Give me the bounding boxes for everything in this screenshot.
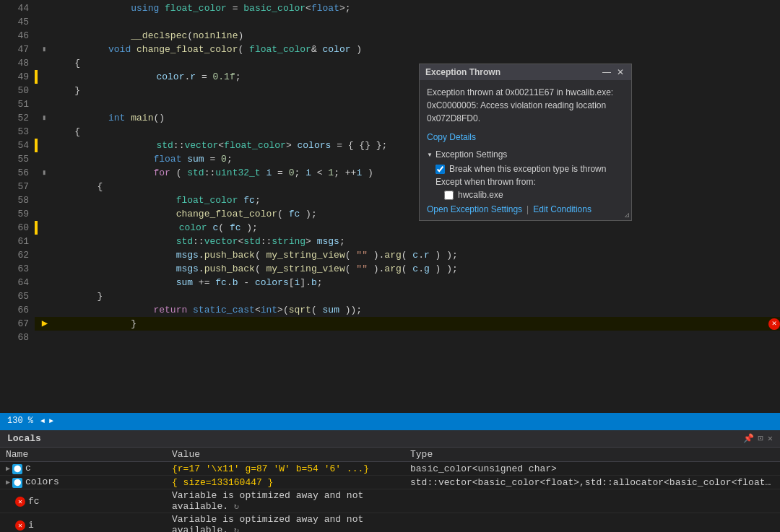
- except-when-label: Except when thrown from:: [436, 177, 624, 187]
- locals-panel-header: Locals 📌 ⊡ ✕: [0, 430, 780, 448]
- var-name-text-c: c: [25, 463, 31, 474]
- error-badge-67: ✕: [768, 318, 780, 330]
- popup-title-actions: — ✕: [601, 67, 625, 77]
- hwcalib-label: hwcalib.exe: [458, 190, 503, 200]
- gutter-61: [38, 235, 52, 248]
- popup-close-button[interactable]: ✕: [615, 67, 625, 77]
- collapse-56-icon[interactable]: ▮: [42, 166, 46, 180]
- gutter-46: [38, 29, 52, 43]
- gutter-65: [38, 289, 52, 303]
- gutter-66: [38, 303, 52, 317]
- locals-value-fc: Variable is optimized away and not avail…: [166, 489, 404, 513]
- locals-type-i: [404, 513, 780, 533]
- code-line-64: sum += fc.b - colors[i].b;: [35, 276, 780, 289]
- locals-panel-title: Locals: [7, 433, 41, 444]
- col-header-type: Type: [404, 448, 780, 462]
- gutter-50: [38, 84, 52, 97]
- code-line-47: ▮ void change_float_color( float_color& …: [35, 43, 780, 56]
- var-icon-error-i: ✕: [15, 520, 25, 531]
- gutter-52: ▮: [38, 111, 52, 125]
- locals-row-c: ▶⬤c{r=17 '\x11' g=87 'W' b=54 '6' ...}ba…: [0, 462, 780, 476]
- locals-value-i: Variable is optimized away and not avail…: [166, 513, 404, 533]
- code-line-44: using float_color = basic_color<float>;: [35, 1, 780, 15]
- gutter-67: ▶: [38, 317, 52, 331]
- line-numbers: 44 45 46 47 48 49 50 51 52 53 54 55 56 5…: [0, 0, 35, 413]
- locals-header-actions: 📌 ⊡ ✕: [743, 433, 773, 444]
- open-exception-settings-link[interactable]: Open Exception Settings: [427, 204, 522, 214]
- gutter-44: [38, 1, 52, 15]
- locals-pin-icon[interactable]: 📌: [743, 433, 754, 444]
- collapse-47-icon[interactable]: ▮: [42, 43, 46, 56]
- locals-row-i: ✕iVariable is optimized away and not ava…: [0, 513, 780, 533]
- locals-table: Name Value Type ▶⬤c{r=17 '\x11' g=87 'W'…: [0, 448, 780, 532]
- popup-title-bar: Exception Thrown — ✕: [420, 64, 631, 80]
- refresh-icon-i[interactable]: ↻: [234, 526, 239, 532]
- code-line-68: [35, 331, 780, 344]
- scroll-right-button[interactable]: ►: [48, 417, 55, 425]
- yellow-bar-54: [35, 139, 38, 152]
- refresh-icon-fc[interactable]: ↻: [234, 502, 239, 512]
- locals-row-fc: ✕fcVariable is optimized away and not av…: [0, 489, 780, 513]
- locals-value-c: {r=17 '\x11' g=87 'W' b=54 '6' ...}: [166, 462, 404, 476]
- var-name-text-i: i: [28, 520, 34, 531]
- gutter-59: [38, 207, 52, 221]
- expand-arrow-colors[interactable]: ▶: [6, 479, 10, 487]
- break-when-checkbox[interactable]: [436, 165, 445, 174]
- locals-body: ▶⬤c{r=17 '\x11' g=87 'W' b=54 '6' ...}ba…: [0, 462, 780, 533]
- gutter-47: ▮: [38, 43, 52, 56]
- popup-resize-handle[interactable]: ⊿: [624, 211, 630, 219]
- popup-link-divider: |: [526, 204, 529, 214]
- gutter-45: [38, 15, 52, 29]
- exception-settings-header[interactable]: ▼ Exception Settings: [427, 149, 624, 160]
- locals-panel: Locals 📌 ⊡ ✕ Name Value Type ▶⬤c{r=17 '\…: [0, 429, 780, 532]
- popup-content: Exception thrown at 0x00211E67 in hwcali…: [420, 80, 631, 220]
- code-line-56: ▮ for ( std::uint32_t i = 0; i < 1; ++i …: [35, 166, 780, 180]
- var-name-text-fc: fc: [28, 496, 40, 507]
- gutter-62: [38, 248, 52, 262]
- code-line-67: ▶ } ✕: [35, 317, 780, 331]
- break-when-checkbox-row: Break when this exception type is thrown: [436, 164, 624, 174]
- col-header-value: Value: [166, 448, 404, 462]
- locals-name-i: ✕i: [0, 513, 166, 533]
- exception-settings-label: Exception Settings: [436, 149, 507, 160]
- break-when-label: Break when this exception type is thrown: [449, 164, 606, 174]
- locals-row-colors: ▶⬤colors{ size=133160447 }std::vector<ba…: [0, 476, 780, 489]
- scroll-buttons: ◄ ►: [39, 417, 55, 425]
- locals-type-colors: std::vector<basic_color<float>,std::allo…: [404, 476, 780, 489]
- exception-message: Exception thrown at 0x00211E67 in hwcali…: [427, 86, 624, 125]
- gutter-48: [38, 56, 52, 70]
- locals-value-colors: { size=133160447 }: [166, 476, 404, 489]
- gutter-51: [38, 97, 52, 111]
- triangle-icon: ▼: [427, 152, 433, 158]
- gutter-68: [38, 331, 52, 344]
- gutter-56: ▮: [38, 166, 52, 180]
- locals-type-fc: [404, 489, 780, 513]
- code-line-50: }: [35, 84, 780, 97]
- edit-conditions-link[interactable]: Edit Conditions: [533, 204, 592, 214]
- code-line-49: color.r = 0.1f;: [35, 70, 780, 84]
- copy-details-link[interactable]: Copy Details: [427, 132, 624, 142]
- code-line-52: ▮ int main(): [35, 111, 780, 125]
- locals-name-colors: ▶⬤colors: [0, 476, 166, 489]
- col-header-name: Name: [0, 448, 166, 462]
- gutter-49: [40, 70, 55, 84]
- hwcalib-checkbox[interactable]: [444, 191, 454, 200]
- gutter-55: [38, 152, 52, 166]
- status-bar: 130 % ◄ ►: [0, 413, 780, 429]
- locals-column-header-row: Name Value Type: [0, 448, 780, 462]
- locals-name-c: ▶⬤c: [0, 462, 166, 476]
- locals-close-icon[interactable]: ✕: [768, 433, 773, 444]
- scroll-left-button[interactable]: ◄: [39, 417, 46, 425]
- gutter-53: [38, 125, 52, 139]
- var-icon-blue-colors: ⬤: [12, 478, 22, 488]
- locals-float-icon[interactable]: ⊡: [758, 433, 763, 444]
- gutter-63: [38, 262, 52, 276]
- popup-minimize-button[interactable]: —: [601, 67, 612, 77]
- expand-arrow-c[interactable]: ▶: [6, 465, 10, 473]
- code-lines: using float_color = basic_color<float>; …: [35, 0, 780, 413]
- hwcalib-checkbox-row: hwcalib.exe: [444, 190, 624, 200]
- collapse-52-icon[interactable]: ▮: [42, 111, 46, 125]
- var-name-text-colors: colors: [25, 476, 59, 487]
- var-icon-blue-c: ⬤: [12, 464, 22, 474]
- editor-area: 44 45 46 47 48 49 50 51 52 53 54 55 56 5…: [0, 0, 780, 413]
